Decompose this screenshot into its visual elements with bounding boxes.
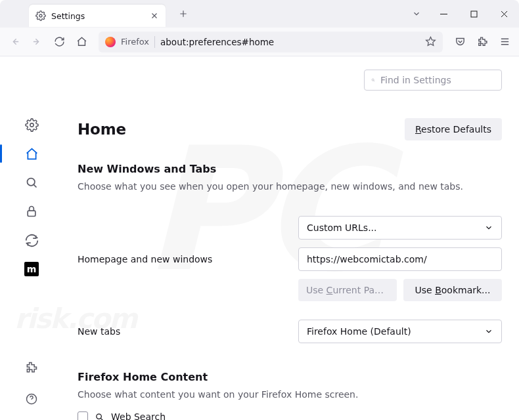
bookmark-star-icon[interactable] (425, 36, 436, 47)
homepage-url-input[interactable] (307, 254, 493, 264)
urlbar-text: about:preferences#home (160, 37, 420, 47)
firefox-icon (105, 37, 116, 47)
section-new-windows-desc: Choose what you see when you open your h… (78, 180, 502, 194)
nav-home[interactable] (18, 139, 45, 168)
tab-title: Settings (51, 11, 145, 21)
svg-rect-1 (471, 11, 477, 17)
urlbar-identity: Firefox (121, 37, 149, 47)
settings-search-input[interactable] (380, 75, 495, 85)
window-controls (405, 0, 519, 28)
nav-privacy[interactable] (18, 197, 45, 226)
toolbar: Firefox about:preferences#home (0, 28, 519, 56)
newtabs-select[interactable]: Firefox Home (Default) (298, 320, 502, 343)
settings-search[interactable] (364, 70, 502, 91)
svg-point-7 (97, 414, 102, 419)
minimize-button[interactable] (428, 3, 459, 24)
forward-button[interactable] (26, 32, 47, 52)
homepage-mode-select[interactable]: Custom URLs... (298, 216, 502, 240)
home-button[interactable] (71, 32, 92, 52)
nav-extensions[interactable] (18, 353, 45, 382)
nav-more[interactable]: m (18, 255, 45, 284)
nav-search[interactable] (18, 168, 45, 197)
m-icon: m (24, 262, 39, 276)
tabs-dropdown-button[interactable] (405, 0, 428, 28)
svg-point-0 (39, 14, 42, 17)
checkbox[interactable] (78, 411, 88, 420)
browser-tab[interactable]: Settings (29, 5, 166, 27)
homepage-url-input-wrap[interactable] (298, 247, 502, 271)
svg-point-2 (30, 123, 33, 126)
sidebar: m (0, 56, 63, 420)
web-search-checkbox-row[interactable]: Web Search (78, 411, 502, 420)
chevron-down-icon (484, 223, 493, 232)
maximize-button[interactable] (459, 3, 489, 24)
search-icon (95, 412, 104, 420)
svg-point-6 (372, 79, 374, 81)
extensions-button[interactable] (472, 32, 493, 52)
titlebar: Settings (0, 0, 519, 28)
section-home-content-title: Firefox Home Content (78, 371, 502, 383)
section-new-windows-title: New Windows and Tabs (78, 163, 502, 175)
use-bookmark-button[interactable]: Use Bookmark... (403, 279, 502, 301)
svg-point-3 (27, 178, 34, 185)
url-bar[interactable]: Firefox about:preferences#home (99, 32, 443, 52)
nav-help[interactable] (18, 385, 45, 413)
nav-sync[interactable] (18, 226, 45, 255)
section-home-content-desc: Choose what content you want on your Fir… (78, 388, 502, 402)
main-content: Home Restore Defaults New Windows and Ta… (63, 56, 519, 420)
homepage-label: Homepage and new windows (78, 254, 298, 264)
back-button[interactable] (4, 32, 25, 52)
chevron-down-icon (484, 327, 493, 336)
gear-icon (35, 10, 46, 21)
nav-general[interactable] (18, 110, 45, 139)
close-icon[interactable] (150, 11, 159, 20)
page-title: Home (78, 121, 126, 138)
new-tab-button[interactable] (175, 5, 192, 22)
restore-defaults-button[interactable]: Restore Defaults (405, 118, 502, 140)
web-search-label: Web Search (111, 411, 166, 420)
newtabs-label: New tabs (78, 326, 298, 337)
reload-button[interactable] (49, 32, 70, 52)
close-window-button[interactable] (489, 3, 519, 24)
use-current-pages-button[interactable]: Use Current Pages (298, 279, 397, 301)
menu-button[interactable] (494, 32, 515, 52)
svg-rect-4 (28, 211, 35, 216)
search-icon (371, 75, 375, 85)
pocket-button[interactable] (449, 32, 470, 52)
